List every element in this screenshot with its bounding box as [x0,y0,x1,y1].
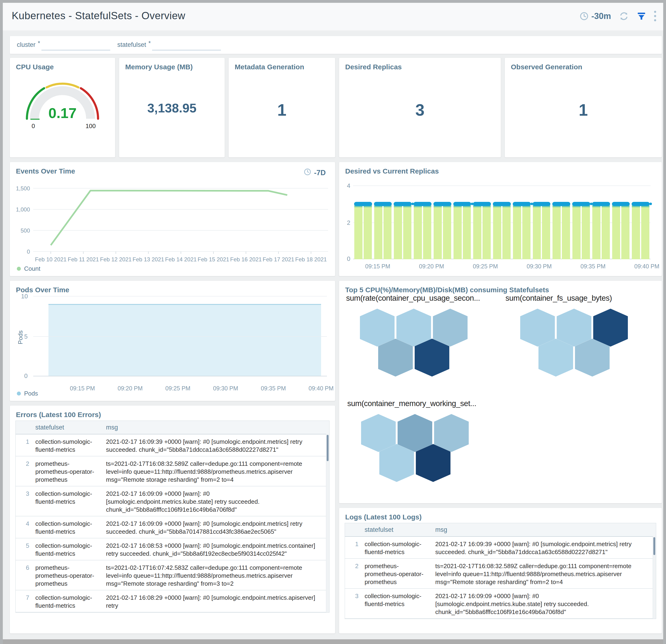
col-header-statefulset: statefulset [358,526,428,533]
honeycomb-cell[interactable] [593,309,628,346]
panel-pods-over-time: Pods Over Time Pods 1050 09:15 PM09:20 P… [10,281,335,401]
table-row[interactable]: 7collection-sumologic-fluentd-metrics202… [16,590,329,612]
required-asterisk: * [38,40,40,50]
cell-statefulset: collection-sumologic-fluentd-metrics [29,490,99,513]
row-index: 3 [345,592,358,616]
filter-statefulset: statefulset * [117,40,221,50]
x-axis-label: 09:30 PM [527,263,551,270]
honeycomb-cell[interactable] [434,414,469,452]
cell-statefulset: prometheus-prometheus-operator-prometheu… [358,562,428,586]
refresh-icon[interactable] [619,11,629,21]
pods-area-chart: 1050 [33,296,327,376]
honeycomb-chart: sum(rate(container_cpu_usage_secon... [346,294,496,303]
errors-table: statefulsetmsg1collection-sumologic-flue… [15,421,330,613]
col-header-msg: msg [99,424,329,431]
cell-statefulset: prometheus-prometheus-operator-prometheu… [29,564,99,588]
cell-msg: ts=2021-02-17T16:08:32.589Z caller=dedup… [428,562,656,586]
statefulset-filter-input[interactable] [152,40,221,50]
current-replicas-bar [553,204,561,259]
table-row[interactable]: 3collection-sumologic-fluentd-metrics202… [345,589,656,619]
current-replicas-bar [374,204,382,259]
table-row[interactable]: 5collection-sumologic-fluentd-metrics202… [16,538,329,560]
x-axis-labels: 09:15 PM09:20 PM09:25 PM09:30 PM09:35 PM… [33,385,327,392]
desired-replicas-marker [393,202,411,206]
honeycomb-cell[interactable] [416,444,451,482]
honeycomb-chart-title: sum(container_memory_working_set... [347,399,497,408]
chart-legend[interactable]: Pods [17,390,38,397]
table-row[interactable]: 2prometheus-prometheus-operator-promethe… [16,456,329,486]
cell-msg: 2021-02-17 16:09:09 +0000 [warn]: #0 [su… [99,490,329,513]
current-replicas-bar [562,204,570,259]
panel-events-over-time: Events Over Time -7D 1,5001,0005000Feb 1… [10,162,335,276]
cell-msg: ts=2021-02-17T16:07:42.583Z caller=dedup… [99,564,329,588]
honeycomb-cell[interactable] [539,339,573,376]
desired-replicas-marker [493,202,511,206]
honeycomb-cell[interactable] [433,309,468,346]
x-axis-label: 09:20 PM [419,263,444,270]
current-replicas-bar [443,204,451,259]
replica-dot-marker [530,203,533,205]
honeycomb-cell[interactable] [379,444,414,482]
svg-text:Feb 13 2021: Feb 13 2021 [133,256,164,262]
panel-logs: Logs (Latest 100 Logs) statefulsetmsg1co… [339,508,662,633]
table-row[interactable]: 4collection-sumologic-fluentd-metrics202… [16,516,329,538]
panel-time-range[interactable]: -7D [304,168,326,177]
logs-table: statefulsetmsg1collection-sumologic-flue… [345,523,656,619]
table-scrollbar[interactable] [653,536,656,619]
x-axis-label: 09:15 PM [70,385,95,392]
current-replicas-bar [522,204,530,259]
current-replicas-bar [503,204,511,259]
honeycomb-grid [360,309,468,377]
time-range-button[interactable]: -30m [580,11,611,21]
scrollbar-thumb[interactable] [327,435,329,461]
replica-bar-group [393,204,413,259]
svg-text:Feb 11 2021: Feb 11 2021 [68,256,99,262]
replicas-bar-chart: 420 [353,185,651,259]
honeycomb-cell[interactable] [520,309,555,346]
desired-replicas-marker [473,202,491,206]
cell-msg: ts=2021-02-17T16:08:32.589Z caller=dedup… [99,460,329,484]
panel-title: Errors (Latest 100 Errors) [16,411,101,419]
table-scrollbar[interactable] [326,434,329,612]
row-index: 5 [16,542,29,558]
x-axis-label: 09:35 PM [580,263,606,270]
honeycomb-cell[interactable] [361,414,396,452]
x-axis-label: 09:25 PM [165,385,190,392]
honeycomb-cell[interactable] [397,309,431,346]
filter-icon[interactable] [637,12,646,21]
desired-replicas-marker [552,202,570,206]
page-title: Kubernetes - StatefulSets - Overview [12,10,185,21]
honeycomb-cell[interactable] [415,339,449,376]
gauge-min-label: 0 [32,122,35,130]
panel-metadata-generation: Metadata Generation 1 [229,58,335,157]
row-index: 6 [16,564,29,588]
desired-replicas-marker [572,202,590,206]
time-range-label: -30m [591,11,611,21]
metadata-generation-value: 1 [229,101,335,119]
panel-title: Desired vs Current Replicas [345,167,439,175]
chart-legend[interactable]: Count [17,265,40,272]
panel-errors: Errors (Latest 100 Errors) statefulsetms… [10,406,335,633]
honeycomb-cell[interactable] [360,309,395,346]
honeycomb-cell[interactable] [575,339,610,376]
table-row[interactable]: 1collection-sumologic-fluentd-metrics202… [345,537,656,559]
horizontal-scrollbar[interactable] [3,639,663,644]
cell-msg: 2021-02-17 16:08:53 +0000 [warn]: #0 [su… [99,542,329,558]
table-row[interactable]: 6prometheus-prometheus-operator-promethe… [16,560,329,590]
scrollbar-thumb[interactable] [653,537,655,555]
current-replicas-bar [542,204,550,259]
y-axis-label: 0 [344,255,350,262]
table-row[interactable]: 1collection-sumologic-fluentd-metrics202… [16,435,329,456]
cluster-filter-input[interactable] [41,40,110,50]
honeycomb-cell[interactable] [398,414,432,452]
honeycomb-cell[interactable] [557,309,591,346]
svg-text:Feb 16 2021: Feb 16 2021 [230,256,262,262]
clock-icon [304,168,311,177]
table-row[interactable]: 2prometheus-prometheus-operator-promethe… [345,559,656,589]
current-replicas-bar [364,204,372,259]
honeycomb-cell[interactable] [378,339,413,376]
table-row[interactable]: 3collection-sumologic-fluentd-metrics202… [16,486,329,516]
kebab-menu-icon[interactable] [654,11,656,21]
panel-observed-generation: Observed Generation 1 [505,58,662,157]
pods-area-fill [49,304,321,376]
